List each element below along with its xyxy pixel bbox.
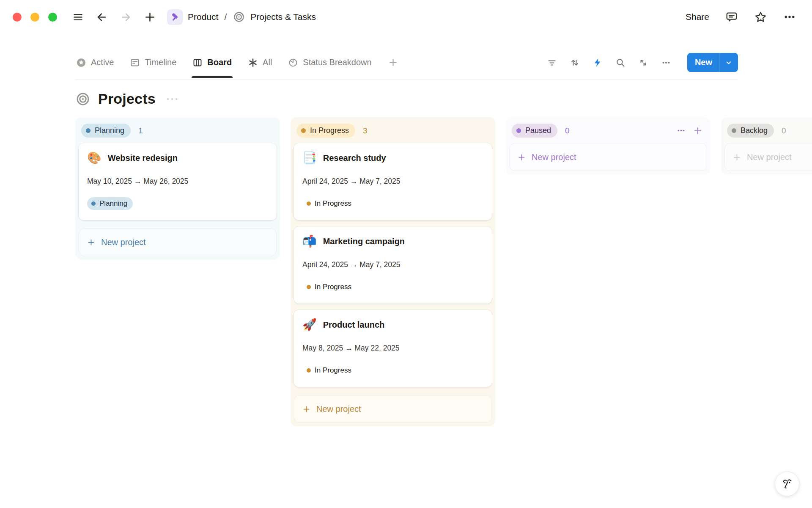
new-button[interactable]: New — [687, 53, 738, 72]
new-project-label: New project — [532, 152, 576, 162]
card-list: 📑 Research study April 24, 2025 → May 7,… — [294, 143, 492, 387]
card-dates: May 10, 2025 → May 26, 2025 — [87, 177, 268, 186]
column-header: Paused 0 — [509, 121, 707, 143]
status-dot — [307, 368, 311, 373]
ai-assistant-button[interactable] — [775, 472, 799, 496]
status-pill-paused[interactable]: Paused — [512, 124, 557, 138]
tag-label: In Progress — [315, 199, 351, 208]
view-tabs: Active Timeline Board All Status Breakdo — [75, 57, 398, 68]
card-dates: May 8, 2025 → May 22, 2025 — [302, 344, 483, 353]
tab-status-breakdown-label: Status Breakdown — [303, 58, 371, 67]
breadcrumb-workspace[interactable]: Product — [188, 12, 218, 22]
tag-label: In Progress — [315, 366, 351, 375]
column-header: Backlog 0 — [724, 121, 812, 143]
chevron-down-icon[interactable] — [719, 58, 738, 67]
board-column-backlog: Backlog 0 New project — [721, 117, 812, 174]
board-column-planning: Planning 1 🎨 Website redesign May 10, 20… — [75, 117, 280, 260]
column-count: 0 — [782, 126, 786, 135]
new-project-button[interactable]: New project — [294, 395, 492, 423]
status-pill-in-progress[interactable]: In Progress — [296, 124, 355, 138]
sort-icon[interactable] — [570, 58, 580, 68]
status-dot — [307, 202, 311, 206]
column-header: Planning 1 — [79, 121, 277, 143]
back-icon[interactable] — [96, 11, 108, 23]
new-button-label[interactable]: New — [687, 58, 719, 67]
view-toolbar: Active Timeline Board All Status Breakdo — [75, 46, 738, 80]
forward-icon[interactable] — [120, 11, 132, 23]
breadcrumb: Product / Projects & Tasks — [167, 9, 316, 25]
project-card-marketing-campaign[interactable]: 📬 Marketing campaign April 24, 2025 → Ma… — [294, 226, 492, 304]
page-title[interactable]: Projects — [98, 91, 156, 107]
new-project-button[interactable]: New project — [724, 143, 812, 171]
close-window-button[interactable] — [13, 13, 22, 22]
board-view: Planning 1 🎨 Website redesign May 10, 20… — [75, 117, 812, 426]
more-view-options-icon[interactable] — [661, 58, 671, 68]
timeline-icon — [130, 58, 140, 68]
more-options-icon[interactable] — [783, 11, 796, 23]
tab-timeline-label: Timeline — [145, 58, 176, 67]
status-label: Planning — [95, 126, 124, 135]
filter-icon[interactable] — [547, 58, 557, 68]
tab-all[interactable]: All — [247, 58, 273, 68]
status-label: Paused — [525, 126, 551, 135]
tab-status-breakdown[interactable]: Status Breakdown — [287, 58, 372, 68]
traffic-lights — [13, 13, 57, 22]
new-project-label: New project — [747, 152, 792, 162]
workspace-hammer-icon[interactable] — [167, 9, 183, 25]
pie-chart-icon — [288, 58, 298, 68]
add-view-plus-icon[interactable] — [388, 57, 398, 68]
tab-active[interactable]: Active — [75, 58, 115, 68]
new-project-button[interactable]: New project — [79, 228, 277, 256]
page-header: Projects ··· — [75, 91, 738, 107]
tab-board[interactable]: Board — [192, 58, 233, 68]
minimize-window-button[interactable] — [30, 13, 39, 22]
board-column-in-progress: In Progress 3 📑 Research study April 24,… — [291, 117, 495, 426]
status-dot — [307, 285, 311, 289]
status-dot — [86, 128, 91, 133]
column-more-icon[interactable] — [676, 126, 686, 135]
share-button[interactable]: Share — [686, 12, 709, 22]
card-list: 🎨 Website redesign May 10, 2025 → May 26… — [79, 143, 277, 220]
sidebar-menu-icon[interactable] — [72, 11, 84, 23]
tab-all-label: All — [263, 58, 272, 67]
asterisk-icon — [248, 58, 258, 68]
breadcrumb-page[interactable]: Projects & Tasks — [250, 12, 316, 22]
card-title: Product launch — [323, 320, 385, 330]
column-add-icon[interactable] — [693, 126, 703, 136]
tag-label: In Progress — [315, 283, 351, 291]
page-target-icon — [75, 91, 91, 107]
status-dot — [91, 202, 96, 206]
automations-lightning-icon[interactable] — [593, 58, 603, 68]
card-dates: April 24, 2025 → May 7, 2025 — [302, 177, 483, 186]
mailbox-emoji-icon: 📬 — [302, 236, 317, 247]
comments-icon[interactable] — [725, 11, 738, 23]
new-page-icon[interactable] — [144, 11, 156, 23]
favorite-star-icon[interactable] — [754, 11, 767, 24]
card-status-tag: In Progress — [302, 281, 357, 293]
project-card-product-launch[interactable]: 🚀 Product launch May 8, 2025 → May 22, 2… — [294, 310, 492, 387]
status-pill-backlog[interactable]: Backlog — [727, 124, 774, 138]
new-project-label: New project — [316, 404, 361, 414]
status-pill-planning[interactable]: Planning — [81, 124, 131, 138]
card-title: Research study — [323, 153, 386, 163]
status-dot — [301, 128, 306, 133]
status-dot — [732, 128, 736, 133]
column-header: In Progress 3 — [294, 121, 492, 143]
expand-icon[interactable] — [638, 58, 648, 68]
column-count: 3 — [363, 126, 368, 135]
project-card-website-redesign[interactable]: 🎨 Website redesign May 10, 2025 → May 26… — [79, 143, 277, 220]
page-title-more-icon[interactable]: ··· — [167, 93, 179, 105]
search-icon[interactable] — [615, 58, 625, 68]
status-label: In Progress — [310, 126, 349, 135]
palette-emoji-icon: 🎨 — [87, 152, 102, 164]
card-status-tag: In Progress — [302, 197, 357, 210]
zoom-window-button[interactable] — [48, 13, 57, 22]
project-card-research-study[interactable]: 📑 Research study April 24, 2025 → May 7,… — [294, 143, 492, 220]
tab-timeline[interactable]: Timeline — [129, 58, 177, 68]
card-dates: April 24, 2025 → May 7, 2025 — [302, 260, 483, 269]
star-circle-icon — [76, 58, 86, 68]
view-controls: New — [547, 53, 738, 72]
board-columns-icon — [192, 58, 203, 68]
new-project-button[interactable]: New project — [509, 143, 707, 171]
tab-active-label: Active — [91, 58, 114, 67]
